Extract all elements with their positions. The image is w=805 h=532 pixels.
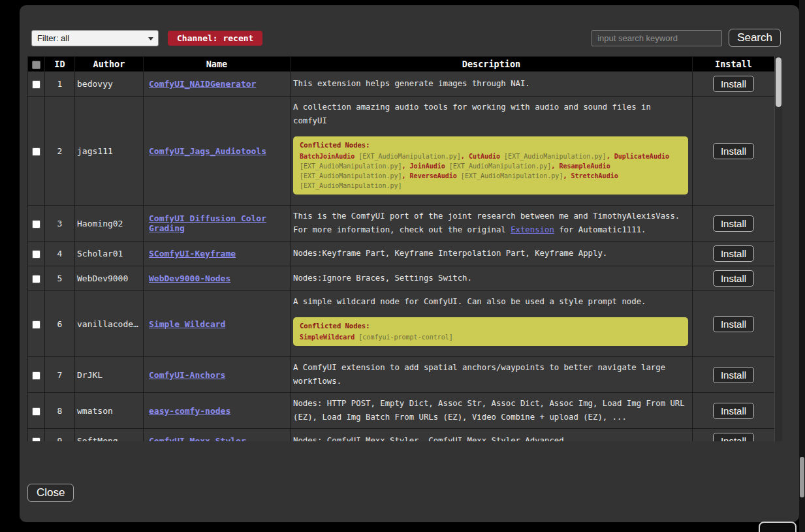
row-id: 6 <box>45 291 75 357</box>
row-check-cell <box>28 429 45 442</box>
filter-select-wrap: Filter: all <box>31 30 159 46</box>
table-row: 7 DrJKL ComfyUI-Anchors A ComfyUI extens… <box>28 357 775 393</box>
toolbar: Filter: all Channel: recent Search <box>27 29 782 47</box>
row-id: 1 <box>45 72 75 97</box>
install-button[interactable]: Install <box>713 403 754 419</box>
row-description: A collection amazing audio tools for wor… <box>291 97 693 206</box>
install-button[interactable]: Install <box>713 245 754 262</box>
header-name: Name <box>144 57 291 72</box>
install-button[interactable]: Install <box>713 215 754 232</box>
conflict-node-name: ResampleAudio <box>559 163 610 170</box>
header-select-all <box>28 57 45 72</box>
close-button[interactable]: Close <box>27 484 74 502</box>
description-link[interactable]: Extension <box>511 225 554 234</box>
row-id: 2 <box>45 97 75 206</box>
row-checkbox[interactable] <box>32 371 40 380</box>
conflict-node-name: BatchJoinAudio <box>300 153 355 160</box>
row-id: 9 <box>45 429 75 442</box>
row-checkbox[interactable] <box>32 80 40 89</box>
extension-name-link[interactable]: Simple Wildcard <box>149 319 225 329</box>
row-description: A simple wildcard node for ComfyUI. Can … <box>291 291 693 357</box>
row-name-cell: WebDev9000-Nodes <box>144 266 291 291</box>
page-scrollbar-thumb[interactable] <box>800 457 804 497</box>
row-checkbox[interactable] <box>32 437 40 441</box>
conflict-node-source: [EXT_AudioManipulation.py] <box>300 182 402 189</box>
row-install-cell: Install <box>693 357 775 393</box>
row-id: 8 <box>45 393 75 429</box>
conflict-node-name: JoinAudio <box>410 163 445 170</box>
row-author: bedovyy <box>75 72 144 97</box>
row-name-cell: SComfyUI-Keyframe <box>144 242 291 266</box>
install-button[interactable]: Install <box>713 433 754 441</box>
row-checkbox[interactable] <box>32 321 40 329</box>
table-scrollbar-thumb[interactable] <box>776 57 781 107</box>
row-author: WebDev9000 <box>75 266 144 291</box>
row-description: Nodes:Ignore Braces, Settings Switch. <box>291 266 693 291</box>
install-button[interactable]: Install <box>713 143 754 159</box>
conflict-node-source: [EXT_AudioManipulation.py] <box>500 153 607 160</box>
conflict-node-source: [EXT_AudioManipulation.py] <box>457 172 563 180</box>
extension-name-link[interactable]: SComfyUI-Keyframe <box>149 249 236 258</box>
row-checkbox[interactable] <box>32 407 40 416</box>
channel-badge: Channel: recent <box>168 31 262 46</box>
row-name-cell: Simple Wildcard <box>144 291 291 357</box>
table-header-row: ID Author Name Description Install <box>28 57 775 72</box>
row-description: This is the ComfyUI port of the joint re… <box>291 206 693 242</box>
row-checkbox[interactable] <box>32 275 40 283</box>
extension-name-link[interactable]: easy-comfy-nodes <box>149 406 230 416</box>
conflict-node-name: ReverseAudio <box>410 172 457 180</box>
table-row: 8 wmatson easy-comfy-nodes Nodes: HTTP P… <box>28 393 775 429</box>
conflict-node-source: [EXT_AudioManipulation.py] <box>355 153 461 160</box>
row-checkbox[interactable] <box>32 148 40 156</box>
conflict-warning-box: Conflicted Nodes:BatchJoinAudio [EXT_Aud… <box>293 136 688 195</box>
row-name-cell: ComfyUI-Anchors <box>144 357 291 393</box>
table-row: 3 Haoming02 ComfyUI Diffusion Color Grad… <box>28 206 775 242</box>
table-row: 2 jags111 ComfyUI_Jags_Audiotools A coll… <box>28 97 775 206</box>
row-name-cell: ComfyUI Diffusion Color Grading <box>144 206 291 242</box>
row-author: vanillacode314 <box>75 291 144 357</box>
row-install-cell: Install <box>693 206 775 242</box>
row-check-cell <box>28 291 45 357</box>
header-author: Author <box>75 57 144 72</box>
row-description: Nodes:Keyframe Part, Keyframe Interpolat… <box>291 242 693 266</box>
row-description: A ComfyUI extension to add spatial ancho… <box>291 357 693 393</box>
row-check-cell <box>28 242 45 266</box>
install-button[interactable]: Install <box>713 76 754 92</box>
extension-name-link[interactable]: ComfyUI_NAIDGenerator <box>149 79 256 89</box>
conflict-node-source: [EXT_AudioManipulation.py] <box>300 163 402 170</box>
select-all-checkbox[interactable] <box>32 61 40 69</box>
row-check-cell <box>28 266 45 291</box>
row-id: 7 <box>45 357 75 393</box>
conflict-warning-box: Conflicted Nodes:SimpleWildcard [comfyui… <box>293 317 688 346</box>
table-scrollbar[interactable] <box>774 56 782 441</box>
row-id: 5 <box>45 266 75 291</box>
extension-name-link[interactable]: ComfyUI-Anchors <box>149 370 225 380</box>
row-author: jags111 <box>75 97 144 206</box>
install-button[interactable]: Install <box>713 316 754 332</box>
install-button[interactable]: Install <box>713 270 754 287</box>
row-checkbox[interactable] <box>32 220 40 228</box>
row-description: Nodes: HTTP POST, Empty Dict, Assoc Str,… <box>291 393 693 429</box>
extension-name-link[interactable]: ComfyUI_Jags_Audiotools <box>149 146 266 156</box>
header-id: ID <box>45 57 75 72</box>
row-description: Nodes: ComfyUI Mexx Styler, ComfyUI Mexx… <box>291 429 693 442</box>
row-check-cell <box>28 97 45 206</box>
row-check-cell <box>28 72 45 97</box>
conflict-node-name: DuplicateAudio <box>614 153 669 160</box>
filter-select[interactable]: Filter: all <box>31 30 159 46</box>
extensions-table: ID Author Name Description Install 1 bed… <box>27 56 775 441</box>
page-scrollbar[interactable] <box>799 0 805 532</box>
conflict-node-name: SimpleWildcard <box>300 334 355 341</box>
row-checkbox[interactable] <box>32 250 40 258</box>
row-install-cell: Install <box>693 291 775 357</box>
table-row: 4 Scholar01 SComfyUI-Keyframe Nodes:Keyf… <box>28 242 775 266</box>
table-body: 1 bedovyy ComfyUI_NAIDGenerator This ext… <box>28 72 775 442</box>
search-input[interactable] <box>592 30 722 46</box>
row-check-cell <box>28 393 45 429</box>
extension-name-link[interactable]: ComfyUI_Mexx_Styler <box>149 436 246 441</box>
table-row: 9 SoftMeng ComfyUI_Mexx_Styler Nodes: Co… <box>28 429 775 442</box>
extension-name-link[interactable]: ComfyUI Diffusion Color Grading <box>149 213 266 233</box>
search-button[interactable]: Search <box>729 29 781 47</box>
install-button[interactable]: Install <box>713 367 754 383</box>
extension-name-link[interactable]: WebDev9000-Nodes <box>149 274 230 283</box>
